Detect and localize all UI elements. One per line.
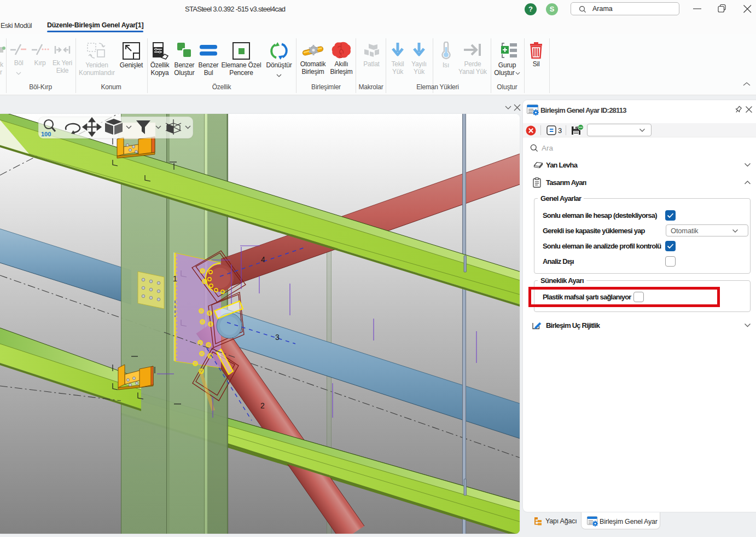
svg-text:1: 1 <box>173 274 177 283</box>
svg-text:4: 4 <box>261 255 265 264</box>
svg-text:2: 2 <box>260 401 265 410</box>
svg-text:100: 100 <box>41 131 51 137</box>
svg-text:3: 3 <box>275 333 280 342</box>
